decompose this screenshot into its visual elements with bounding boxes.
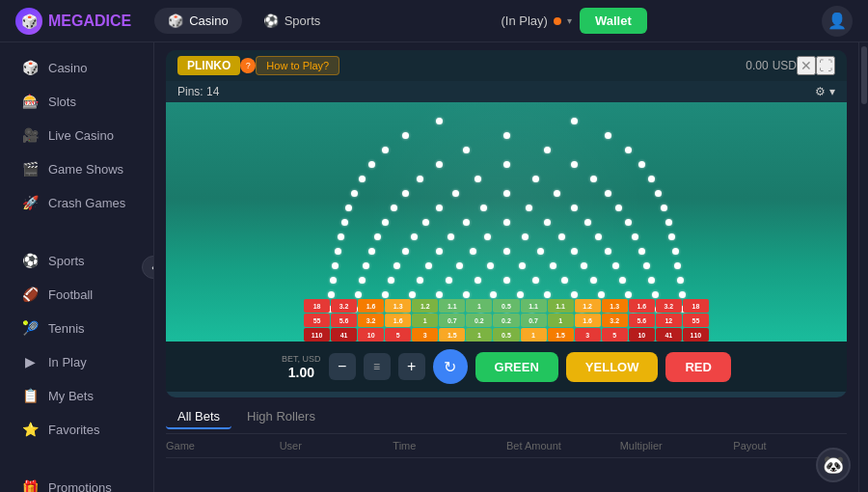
pin — [625, 147, 632, 153]
multiplier-cell: 18 — [304, 299, 330, 313]
pin — [648, 176, 655, 182]
sidebar-item-tennis[interactable]: 🎾 Tennis — [6, 312, 148, 344]
game-shows-icon: 🎬 — [21, 160, 39, 178]
multiplier-cell: 0.7 — [439, 314, 465, 327]
multiplier-cell: 1.5 — [439, 328, 465, 342]
close-button[interactable]: ✕ — [797, 56, 816, 75]
pin — [503, 219, 510, 226]
pin — [480, 205, 487, 211]
casino-nav-icon: 🎲 — [168, 14, 183, 28]
pin — [590, 277, 597, 284]
multiplier-cell: 1.1 — [521, 299, 547, 313]
user-avatar[interactable]: 👤 — [822, 6, 853, 37]
multiplier-cell: 41 — [656, 328, 682, 342]
multiplier-cell: 0.5 — [493, 328, 519, 342]
green-button[interactable]: GREEN — [475, 352, 558, 382]
pin — [503, 277, 510, 284]
game-frame: PLINKO ? How to Play? 0.00 USD ✕ ⛶ Pins:… — [166, 50, 847, 397]
support-avatar[interactable]: 🐼 — [816, 448, 851, 482]
multiplier-cell: 1.5 — [548, 328, 574, 342]
multiplier-cell: 0.2 — [466, 314, 492, 327]
tennis-icon: 🎾 — [21, 319, 39, 337]
sidebar-item-live-casino[interactable]: 🎥 Live Casino — [6, 119, 148, 151]
promotions-icon: 🎁 — [21, 478, 39, 492]
wallet-button[interactable]: Wallet — [580, 8, 647, 34]
red-button[interactable]: RED — [665, 352, 730, 382]
multiplier-cell: 18 — [683, 299, 709, 313]
multiplier-cell: 3.2 — [602, 314, 628, 327]
col-multiplier: Multiplier — [620, 440, 734, 451]
pin — [374, 233, 381, 240]
pin — [368, 161, 375, 168]
chevron-down-icon[interactable]: ▾ — [829, 85, 835, 98]
pin — [487, 262, 494, 269]
pin — [571, 205, 578, 211]
sidebar-item-crash-games[interactable]: 🚀 Crash Games — [6, 186, 148, 219]
casino-icon: 🎲 — [21, 59, 39, 76]
sidebar-item-casino[interactable]: 🎲 Casino — [6, 51, 148, 84]
yellow-button[interactable]: YELLOW — [566, 352, 659, 382]
nav-tab-sports[interactable]: ⚽ Sports — [250, 8, 335, 34]
pin — [463, 147, 470, 153]
pin — [448, 233, 454, 240]
bet-plus-button[interactable]: + — [398, 353, 425, 380]
pin — [661, 205, 667, 211]
pin — [571, 161, 578, 168]
top-nav: 🎲 MEGADICE 🎲 Casino ⚽ Sports (In Play) ▾… — [0, 0, 868, 42]
pin — [672, 248, 679, 255]
sidebar-item-promotions[interactable]: 🎁 Promotions — [6, 471, 148, 492]
pin — [463, 291, 470, 298]
in-play-badge[interactable]: (In Play) ▾ — [502, 14, 572, 28]
slots-icon: 🎰 — [21, 93, 39, 110]
bet-minus-button[interactable]: − — [329, 353, 356, 380]
tabs-bar: All Bets High Rollers — [166, 397, 847, 434]
multiplier-cell: 5 — [385, 328, 411, 342]
pin — [335, 248, 341, 255]
pin — [544, 219, 551, 226]
multiplier-cell: 1.6 — [385, 314, 411, 327]
sidebar-item-in-play[interactable]: ▶ In Play — [6, 345, 148, 378]
expand-button[interactable]: ⛶ — [816, 56, 835, 75]
random-button[interactable]: ↻ — [433, 349, 468, 384]
multiplier-cell: 3.2 — [331, 299, 357, 313]
multiplier-cell: 10 — [629, 328, 655, 342]
sidebar-item-game-shows[interactable]: 🎬 Game Shows — [6, 152, 148, 185]
pin — [436, 248, 443, 255]
settings-icon[interactable]: ⚙ — [815, 85, 826, 98]
pin — [561, 277, 568, 284]
multiplier-cell: 5 — [602, 328, 628, 342]
stack-button[interactable]: ≡ — [364, 353, 391, 380]
live-dot — [554, 17, 561, 25]
sidebar-item-football[interactable]: 🏈 Football — [6, 278, 148, 311]
sports-icon: ⚽ — [21, 252, 39, 269]
multiplier-cell: 1 — [548, 314, 574, 327]
multiplier-cell: 41 — [331, 328, 357, 342]
tab-all-bets[interactable]: All Bets — [166, 405, 231, 429]
pin — [417, 176, 423, 182]
multiplier-cell: 12 — [656, 314, 682, 327]
pin — [470, 248, 476, 255]
sidebar-item-sports[interactable]: ⚽ Sports — [6, 244, 148, 277]
pin — [456, 262, 463, 269]
pin — [554, 190, 560, 197]
pin — [393, 262, 400, 269]
logo-icon: 🎲 — [15, 8, 42, 35]
sidebar-item-my-bets[interactable]: 📋 My Bets — [6, 379, 148, 412]
sidebar-item-slots[interactable]: 🎰 Slots — [6, 85, 148, 118]
nav-tab-casino[interactable]: 🎲 Casino — [154, 8, 241, 34]
pin — [665, 219, 672, 226]
pin — [648, 277, 655, 284]
sidebar: ‹ 🎲 Casino 🎰 Slots 🎥 Live Casino 🎬 Game … — [0, 42, 154, 492]
right-scrollbar[interactable] — [858, 42, 868, 492]
how-to-play-button[interactable]: How to Play? — [256, 56, 339, 75]
bet-input-group: Bet, USD 1.00 — [282, 354, 321, 380]
content-area: PLINKO ? How to Play? 0.00 USD ✕ ⛶ Pins:… — [154, 42, 858, 492]
multiplier-cell: 1 — [412, 314, 438, 327]
pin — [411, 233, 418, 240]
multiplier-cell: 1 — [466, 299, 492, 313]
multiplier-cell: 0.5 — [493, 299, 519, 313]
tab-high-rollers[interactable]: High Rollers — [235, 405, 327, 429]
info-icon: ? — [240, 58, 256, 73]
sidebar-item-favorites[interactable]: ⭐ Favorites — [6, 413, 148, 446]
pin — [571, 118, 578, 124]
